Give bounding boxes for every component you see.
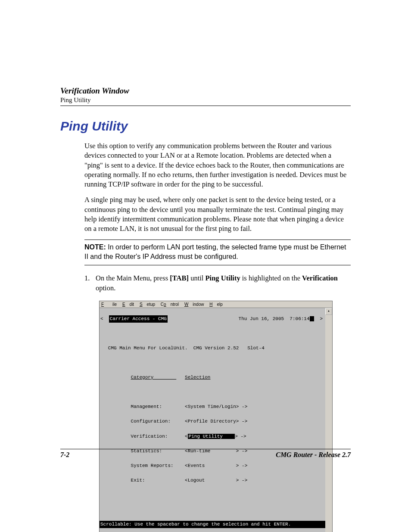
terminal-line [100,470,325,477]
terminal-footer-hint: Scrollable: Use the spacebar to change t… [100,521,325,528]
menu-file[interactable]: File [101,302,117,307]
scroll-up-icon[interactable]: ▴ [325,308,332,315]
col-selection: Selection [185,375,210,380]
col-category: Category [131,375,177,380]
paragraph-2: A single ping may be used, where only on… [84,195,351,233]
terminal-headers: Category Selection [100,374,325,381]
terminal-line [100,506,325,513]
menu-setup[interactable]: Setup [140,302,155,307]
terminal-line [100,330,325,337]
terminal-line [100,389,325,396]
terminal-line [100,440,325,448]
option-name: Verification [302,274,338,282]
menu-row[interactable]: Configuration: <Profile Directory> -> [100,418,325,425]
menu-row[interactable]: Management: <System Time/Login> -> [100,403,325,411]
lt-icon: < [100,315,103,323]
menu-row[interactable]: System Reports: <Events > -> [100,462,325,470]
page-footer: 7-2 CMG Router - Release 2.7 [60,449,351,459]
terminal-screenshot: File Edit Setup Control Window Help < Ca… [99,301,333,532]
header-rule [60,106,351,106]
menu-control[interactable]: Control [161,302,179,307]
chapter-title: Verification Window [60,86,351,96]
page-header: Verification Window Ping Utility [60,86,351,106]
step-1: 1. On the Main Menu, press [TAB] until P… [84,273,351,293]
scrollbar[interactable]: ▴ ▾ [325,308,332,532]
doc-title: CMG Router - Release 2.7 [276,451,351,459]
paragraph-1: Use this option to verify any communicat… [84,141,351,189]
terminal-line [100,492,325,499]
note-text: In order to perform LAN port testing, th… [84,243,346,260]
menu-row[interactable]: Verification: <Ping Utility > -> [100,433,325,440]
terminal-title: Carrier Access - CMG [109,315,168,323]
terminal-line [100,411,325,418]
menu-help[interactable]: Help [209,302,223,307]
terminal-datetime: Thu Jun 16, 2005 7:06:14 > [239,315,324,323]
terminal-line [100,426,325,433]
page-title: Ping Utility [60,119,351,134]
step-number: 1. [84,273,96,293]
terminal-menubar: File Edit Setup Control Window Help [100,301,332,308]
note-label: NOTE: [84,243,106,251]
section-title: Ping Utility [60,96,351,104]
terminal-body: < Carrier Access - CMGThu Jun 16, 2005 7… [100,308,325,532]
terminal-line [100,359,325,367]
key-tab: [TAB] [170,274,189,282]
selected-option: Ping Utility [188,434,235,439]
page-number: 7-2 [60,451,69,459]
highlight-target: Ping Utility [206,274,240,282]
note-block: NOTE: In order to perform LAN port testi… [84,240,351,265]
menu-header-line: CMG Main Menu For LocalUnit. CMG Version… [100,345,325,352]
step-body: On the Main Menu, press [TAB] until Ping… [96,273,351,293]
menu-edit[interactable]: Edit [122,302,134,307]
menu-row[interactable]: Exit: <Logout > -> [100,477,325,484]
menu-window[interactable]: Window [184,302,204,307]
